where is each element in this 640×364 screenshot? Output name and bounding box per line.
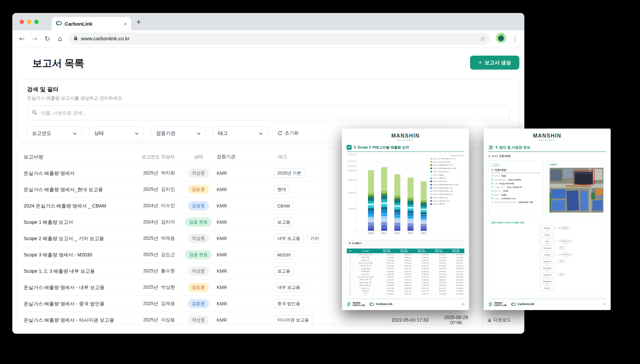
home-icon[interactable]: ⌂ [56, 35, 64, 43]
detail-label: 업종 : [494, 182, 499, 185]
legend-title: tCO2eq (Log Scale) [430, 155, 464, 157]
new-tab-button[interactable]: + [136, 17, 141, 27]
mtable-no: 11 [347, 281, 353, 284]
bar-segment [421, 210, 427, 212]
mtable-category: 구매한 제품 및 서비스 [353, 253, 378, 256]
flow-box: Heat [540, 239, 554, 244]
flow-oval-co2: CO₂ [558, 260, 565, 263]
mtable-value: 67,194,639 [430, 256, 447, 259]
download-button[interactable]: 다운로드 [483, 314, 515, 324]
legend-swatch [430, 181, 432, 182]
tag-chip: 내부 보고용 [274, 234, 304, 243]
maximize-window-button[interactable] [34, 20, 39, 24]
report-author: 황수현 [161, 268, 184, 274]
bar-segment [394, 220, 400, 223]
site-detail-row: 업종 : 제조업-자동차부품 [491, 182, 541, 185]
filter-dropdown-2[interactable]: 검증기관 [151, 126, 206, 140]
legend-label: 카테고리 2(구매한 자본재) [433, 161, 451, 163]
filter-dropdown-3[interactable]: 태그 [213, 126, 268, 140]
bar-segment [408, 218, 414, 221]
url-text[interactable]: www.carbonlink.co.kr [81, 36, 477, 42]
create-report-button[interactable]: + 보고서 생성 [470, 56, 519, 70]
mtable-value: 46,385,091 [378, 284, 395, 287]
back-icon[interactable]: ← [18, 35, 26, 43]
mtable-category: Upstream 운송 및 유통 [353, 261, 378, 264]
minimize-window-button[interactable] [27, 20, 31, 24]
reload-icon[interactable]: ↻ [44, 35, 51, 43]
pin-icon [491, 186, 493, 188]
flow-box: Inspection [540, 259, 554, 264]
close-tab-icon[interactable]: × [124, 21, 127, 27]
bar-segment [421, 214, 427, 217]
status-badge: 작성중 [188, 169, 209, 178]
mtable-value: 49,265,839 [447, 267, 464, 270]
forward-icon[interactable]: → [31, 35, 38, 43]
bookmark-star-icon[interactable]: ☆ [480, 35, 485, 42]
mtable-category: 임대한 자산 [353, 287, 378, 289]
filter-dropdown-0[interactable]: 보고연도 [27, 126, 82, 140]
gridline [357, 161, 430, 162]
mtable-value: 76,382,164 [447, 264, 464, 267]
mtable-value: 82,074,619 [447, 284, 464, 287]
bar-segment [368, 205, 374, 208]
reset-filters-button[interactable]: 초기화 [278, 130, 299, 136]
verification-org: KMR [212, 203, 264, 208]
browser-menu-icon[interactable]: ⋮ [512, 35, 518, 42]
doc-icon [491, 179, 493, 181]
bar-segment [394, 203, 400, 205]
close-window-button[interactable] [20, 20, 24, 24]
report-name: Scope 2 배출량 보고서 _ 기아 보고용 [17, 235, 140, 242]
flow-step: CoatingIf Required [491, 252, 603, 257]
site-detail-row: 사업장 소재지 : 인천시 인천대로 30 [491, 186, 541, 188]
report-name: 2024 온실가스 배출량 명세서 _ CBAM [17, 203, 140, 209]
flow-step: HeatIf Required [491, 239, 603, 244]
report-name: 온실가스 배출량 명세서 [17, 170, 140, 177]
status-badge: 검증 완료 [185, 217, 212, 227]
bar-segment [381, 228, 387, 231]
search-box[interactable] [27, 106, 510, 120]
filter-dropdown-1[interactable]: 상태 [89, 126, 144, 140]
mtable-value: 82,305,189 [395, 287, 412, 289]
url-bar[interactable]: www.carbonlink.co.kr ☆ [69, 33, 490, 45]
tag-chip: 현대 [274, 185, 290, 194]
flow-box: Treatment [540, 245, 554, 250]
tag-chip: 보고용 [274, 217, 294, 227]
mtable-value: 46,318,902 [447, 281, 464, 284]
mtable-category: 임직원의 통근 [353, 270, 378, 273]
gridline [357, 166, 430, 167]
chevron-down-icon [135, 131, 139, 136]
bar-segment [394, 174, 400, 195]
detail-value: 관리팀 [503, 190, 508, 192]
site-detail-row: 대표자 : 박철민 [491, 175, 541, 177]
search-input[interactable] [40, 110, 505, 116]
bar-segment [381, 225, 387, 228]
mtable-no: 8 [347, 273, 353, 275]
legend-label: 카테고리 8(임차자산) [433, 180, 447, 182]
detail-label: 대표자 : [494, 175, 500, 177]
page-title: 보고서 목록 [32, 57, 84, 70]
legend-item: 카테고리 10(판매제품의 가공) [430, 187, 464, 189]
detail-value: mc0212@ms.com [501, 197, 516, 199]
search-icon [32, 110, 37, 116]
avatar[interactable] [495, 32, 507, 45]
legend-label: 카테고리 1(구매한 제품 및 서비스) [433, 158, 456, 160]
status-cell: 검토중 [184, 283, 212, 292]
bar-segment [421, 182, 427, 200]
mail-icon [491, 197, 493, 200]
verification-org: KMR [212, 317, 264, 323]
legend-item: 카테고리 5(폐기물 처리) [430, 171, 464, 173]
mtable-value: 91,285,735 [430, 253, 447, 256]
mtable-value: 41,853,967 [378, 289, 395, 292]
mtable-value: 63,359,482 [412, 273, 430, 275]
table-row[interactable]: 온실가스 배출량 명세서 - 아시아권 보고용2025년이상용작성중KMR아시아… [17, 312, 519, 324]
bar-segment [394, 209, 400, 212]
mtable-value: 61,547,915 [395, 270, 412, 273]
browser-tab[interactable]: CarbonLink × [52, 17, 131, 30]
mtable-category: 판매한 제품의 가공 [353, 278, 378, 281]
building-icon [488, 145, 493, 150]
mtable-value: 37,549,246 [412, 253, 430, 256]
mtable-category: 임차한 자산 [353, 273, 378, 275]
window-controls[interactable] [20, 20, 39, 24]
mtable-value: 64,710,592 [395, 275, 412, 278]
status-badge: 검증중 [188, 299, 209, 308]
